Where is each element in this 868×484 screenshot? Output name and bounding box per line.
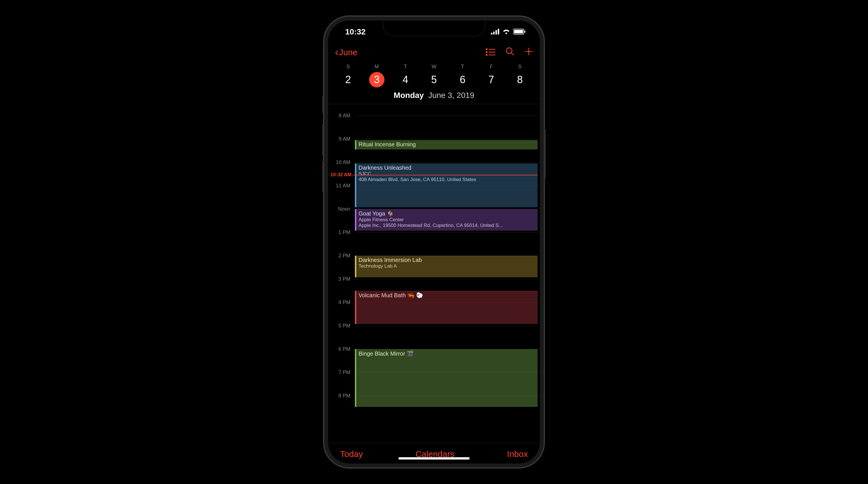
day-thu[interactable]: 6 — [448, 72, 477, 87]
home-indicator[interactable] — [398, 457, 470, 459]
hour-label: 11 AM — [328, 183, 352, 189]
hour-label: 8 AM — [328, 113, 352, 119]
event-title: Volcanic Mud Bath 🦐 🐑 — [359, 292, 535, 299]
current-time-label: 10:32 AM — [328, 172, 352, 178]
hour-label: 2 PM — [328, 253, 352, 259]
event-location: Technology Lab A — [359, 263, 535, 269]
timeline[interactable]: 8 AM9 AM10 AM11 AMNoon1 PM2 PM3 PM4 PM5 … — [328, 104, 540, 443]
nav-actions — [486, 47, 533, 58]
date-subtitle: Monday June 3, 2019 — [328, 91, 540, 104]
back-button[interactable]: ‹ June — [335, 47, 358, 58]
event-title: Goat Yoga 🐐 — [359, 210, 535, 217]
screen: 10:32 ‹ June — [328, 21, 540, 463]
day-wed[interactable]: 5 — [420, 72, 448, 87]
hour-label: 4 PM — [328, 300, 352, 305]
calendar-event[interactable]: Volcanic Mud Bath 🦐 🐑 — [355, 291, 537, 324]
weekday-label: M — [363, 64, 391, 70]
hour-label: 5 PM — [328, 323, 352, 329]
weekday-label: T — [448, 64, 477, 70]
svg-line-14 — [512, 53, 514, 55]
power-button — [545, 130, 546, 178]
status-time: 10:32 — [342, 27, 366, 36]
weekday-label: S — [334, 64, 363, 70]
calendar-event[interactable]: Ritual Incense Burning — [355, 140, 537, 149]
wifi-icon — [502, 27, 510, 36]
svg-point-11 — [486, 54, 487, 56]
event-title: Binge Black Mirror 🎬 — [359, 350, 535, 357]
hour-line — [355, 139, 540, 139]
week-day-labels: S M T W T F S — [328, 61, 540, 70]
phone-frame: 10:32 ‹ June — [323, 16, 545, 468]
cellular-signal-icon — [491, 27, 499, 36]
svg-rect-5 — [514, 30, 523, 33]
weekday-label: F — [477, 64, 506, 70]
today-button[interactable]: Today — [340, 449, 363, 459]
day-tue[interactable]: 4 — [391, 72, 420, 87]
weekday-label: T — [391, 64, 420, 70]
event-address: 408 Almaden Blvd, San Jose, CA 95110, Un… — [359, 177, 535, 182]
list-view-icon[interactable] — [486, 47, 495, 58]
svg-rect-3 — [498, 29, 499, 34]
hour-label: 7 PM — [328, 369, 352, 375]
hour-label: 3 PM — [328, 276, 352, 282]
notch — [383, 21, 485, 36]
hour-label: 8 PM — [328, 393, 352, 399]
event-title: Darkness Unleashed — [359, 164, 535, 171]
calendar-event[interactable]: Darkness UnleashedSJCC408 Almaden Blvd, … — [355, 163, 537, 207]
svg-point-9 — [486, 52, 487, 53]
hour-label: 9 AM — [328, 136, 352, 142]
svg-rect-2 — [495, 30, 497, 34]
mute-switch — [322, 96, 323, 113]
svg-rect-1 — [493, 32, 495, 34]
weekday-label: S — [505, 64, 534, 70]
bottom-toolbar: Today Calendars Inbox — [328, 443, 540, 463]
back-label: June — [339, 48, 358, 57]
hour-label: 10 AM — [328, 159, 352, 165]
volume-down-button — [322, 161, 323, 192]
calendar-event[interactable]: Darkness Immersion LabTechnology Lab A — [355, 256, 537, 277]
add-event-icon[interactable] — [525, 47, 533, 58]
nav-bar: ‹ June — [328, 43, 540, 61]
volume-up-button — [322, 124, 323, 155]
battery-icon — [513, 27, 526, 36]
event-address: Apple Inc., 19500 Homestead Rd, Cupertin… — [359, 223, 535, 228]
status-icons — [491, 27, 526, 36]
svg-point-13 — [506, 48, 512, 54]
event-title: Darkness Immersion Lab — [359, 257, 535, 263]
hour-line — [355, 232, 540, 233]
day-of-week: Monday — [394, 91, 424, 100]
svg-point-7 — [486, 49, 487, 50]
day-sun[interactable]: 2 — [334, 72, 363, 87]
day-fri[interactable]: 7 — [477, 72, 506, 87]
current-time-line — [352, 175, 537, 175]
hour-label: Noon — [328, 206, 352, 212]
hour-line — [355, 162, 540, 162]
chevron-left-icon: ‹ — [335, 47, 338, 58]
weekday-label: W — [420, 64, 448, 70]
event-location: SJCC — [359, 171, 535, 177]
calendar-event[interactable]: Goat Yoga 🐐Apple Fitness CenterApple Inc… — [355, 209, 537, 231]
hour-line — [355, 279, 540, 279]
event-title: Ritual Incense Burning — [359, 141, 535, 148]
svg-rect-0 — [491, 33, 492, 34]
svg-rect-6 — [525, 30, 525, 33]
event-location: Apple Fitness Center — [359, 217, 535, 223]
search-icon[interactable] — [506, 47, 514, 58]
calendar-event[interactable]: Binge Black Mirror 🎬 — [355, 349, 537, 407]
day-mon[interactable]: 3 — [363, 72, 391, 87]
week-days: 2 3 4 5 6 7 8 — [328, 70, 540, 91]
hour-label: 6 PM — [328, 346, 352, 352]
hour-label: 1 PM — [328, 230, 352, 236]
hour-line — [355, 116, 540, 116]
inbox-button[interactable]: Inbox — [507, 449, 528, 459]
hour-line — [355, 326, 540, 326]
day-sat[interactable]: 8 — [505, 72, 534, 87]
full-date: June 3, 2019 — [428, 91, 474, 100]
